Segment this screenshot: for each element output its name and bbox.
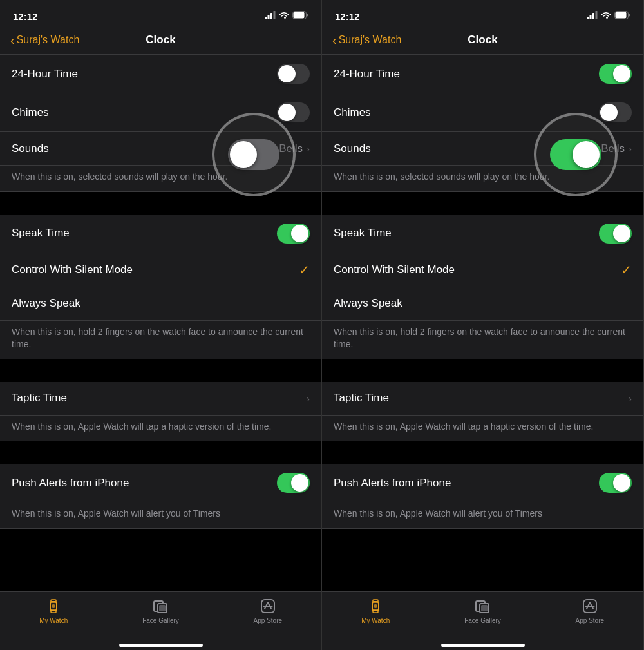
status-icons bbox=[587, 10, 630, 22]
tab-bar: My Watch Face Gallery App Store bbox=[322, 591, 643, 645]
row-chimes[interactable]: Chimes bbox=[0, 93, 321, 132]
home-indicator bbox=[322, 645, 643, 650]
status-bar: 12:12 bbox=[0, 0, 321, 28]
svg-rect-15 bbox=[590, 15, 592, 19]
toggle-thumb-chimes bbox=[600, 104, 618, 121]
row-right-sounds: Bells› bbox=[279, 142, 310, 155]
row-silent-mode: Control With Silent Mode✓ bbox=[0, 253, 321, 287]
tab-label-my-watch: My Watch bbox=[361, 617, 390, 624]
tab-icon-app-store bbox=[259, 597, 277, 615]
toggle-thumb-24hour bbox=[613, 65, 630, 82]
row-label-sounds: Sounds bbox=[334, 142, 371, 155]
tab-icon-face-gallery bbox=[151, 597, 169, 615]
row-label-sounds: Sounds bbox=[12, 142, 49, 155]
back-label: Suraj's Watch bbox=[339, 34, 402, 46]
toggle-thumb-chimes bbox=[278, 104, 296, 121]
tab-app-store[interactable]: App Store bbox=[214, 597, 321, 624]
svg-rect-5 bbox=[294, 12, 305, 19]
svg-rect-17 bbox=[596, 11, 598, 19]
row-right-taptic-time: › bbox=[307, 393, 310, 404]
tab-my-watch[interactable]: My Watch bbox=[322, 597, 429, 624]
tab-bar: My Watch Face Gallery App Store bbox=[0, 591, 321, 645]
back-button[interactable]: ‹ Suraj's Watch bbox=[10, 33, 79, 48]
tab-app-store[interactable]: App Store bbox=[536, 597, 643, 624]
nav-title: Clock bbox=[146, 33, 175, 46]
toggle-push-alerts[interactable] bbox=[599, 473, 632, 493]
section-gap bbox=[322, 441, 643, 464]
back-label: Suraj's Watch bbox=[17, 34, 80, 46]
tab-label-app-store: App Store bbox=[576, 617, 604, 624]
row-label-24hour: 24-Hour Time bbox=[334, 68, 400, 81]
svg-rect-0 bbox=[265, 17, 267, 19]
row-taptic-time[interactable]: Taptic Time› bbox=[322, 382, 643, 416]
status-time: 12:12 bbox=[13, 11, 37, 22]
status-icons bbox=[265, 10, 308, 22]
tab-face-gallery[interactable]: Face Gallery bbox=[429, 597, 536, 624]
toggle-24hour[interactable] bbox=[599, 64, 632, 84]
svg-point-23 bbox=[374, 604, 377, 608]
tab-icon-my-watch bbox=[44, 597, 62, 615]
row-label-always-speak: Always Speak bbox=[12, 297, 80, 310]
toggle-thumb-24hour bbox=[278, 65, 296, 82]
row-sounds[interactable]: SoundsBells› bbox=[0, 132, 321, 166]
back-arrow-icon: ‹ bbox=[10, 33, 15, 48]
wifi-icon bbox=[601, 10, 611, 22]
signal-icon bbox=[587, 10, 598, 22]
home-indicator bbox=[0, 645, 321, 650]
section-gap bbox=[322, 192, 643, 215]
desc-taptic-desc: When this is on, Apple Watch will tap a … bbox=[322, 416, 643, 442]
toggle-thumb-speak-time bbox=[613, 225, 630, 242]
chevron-icon: › bbox=[307, 393, 310, 404]
row-label-push-alerts: Push Alerts from iPhone bbox=[12, 477, 129, 490]
tab-icon-my-watch bbox=[366, 597, 384, 615]
row-label-push-alerts: Push Alerts from iPhone bbox=[334, 477, 451, 490]
row-taptic-time[interactable]: Taptic Time› bbox=[0, 382, 321, 416]
toggle-push-alerts[interactable] bbox=[277, 473, 310, 493]
desc-sounds-desc: When this is on, selected sounds will pl… bbox=[0, 166, 321, 192]
toggle-chimes[interactable] bbox=[277, 102, 310, 122]
toggle-24hour[interactable] bbox=[277, 64, 310, 84]
tab-my-watch[interactable]: My Watch bbox=[0, 597, 107, 624]
row-24hour[interactable]: 24-Hour Time bbox=[322, 55, 643, 93]
row-always-speak: Always Speak bbox=[322, 287, 643, 321]
tab-label-face-gallery: Face Gallery bbox=[142, 617, 179, 624]
row-push-alerts[interactable]: Push Alerts from iPhone bbox=[322, 464, 643, 502]
svg-rect-12 bbox=[159, 605, 166, 611]
battery-icon bbox=[614, 10, 630, 22]
toggle-chimes[interactable] bbox=[599, 102, 632, 122]
row-24hour[interactable]: 24-Hour Time bbox=[0, 55, 321, 93]
desc-always-speak-desc: When this is on, hold 2 fingers on the w… bbox=[322, 321, 643, 359]
content-area: 24-Hour TimeChimesSoundsBells›When this … bbox=[0, 55, 321, 591]
phone-panel-left: 12:12 ‹ Suraj's Watch Clock 24-Hour Time… bbox=[0, 0, 322, 650]
toggle-speak-time[interactable] bbox=[277, 224, 310, 244]
row-push-alerts[interactable]: Push Alerts from iPhone bbox=[0, 464, 321, 502]
row-label-speak-time: Speak Time bbox=[334, 227, 392, 240]
section-gap bbox=[0, 441, 321, 464]
tab-icon-face-gallery bbox=[473, 597, 491, 615]
nav-bar: ‹ Suraj's Watch Clock bbox=[322, 28, 643, 55]
checkmark-silent-mode: ✓ bbox=[299, 262, 310, 278]
chevron-icon: › bbox=[629, 393, 632, 404]
row-value-sounds: Bells bbox=[279, 142, 303, 155]
row-speak-time[interactable]: Speak Time bbox=[0, 215, 321, 253]
row-chimes[interactable]: Chimes bbox=[322, 93, 643, 132]
section-gap bbox=[0, 192, 321, 215]
svg-rect-14 bbox=[587, 17, 589, 19]
row-label-silent-mode: Control With Silent Mode bbox=[334, 263, 455, 276]
back-button[interactable]: ‹ Suraj's Watch bbox=[332, 33, 401, 48]
toggle-speak-time[interactable] bbox=[599, 224, 632, 244]
signal-icon bbox=[265, 10, 276, 22]
row-sounds[interactable]: SoundsBells› bbox=[322, 132, 643, 166]
desc-sounds-desc: When this is on, selected sounds will pl… bbox=[322, 166, 643, 192]
home-bar bbox=[441, 644, 525, 647]
row-always-speak: Always Speak bbox=[0, 287, 321, 321]
desc-push-desc: When this is on, Apple Watch will alert … bbox=[0, 502, 321, 529]
svg-rect-2 bbox=[270, 13, 272, 19]
status-bar: 12:12 bbox=[322, 0, 643, 28]
row-speak-time[interactable]: Speak Time bbox=[322, 215, 643, 253]
row-right-sounds: Bells› bbox=[601, 142, 632, 155]
svg-rect-26 bbox=[481, 605, 488, 611]
tab-face-gallery[interactable]: Face Gallery bbox=[107, 597, 214, 624]
row-label-chimes: Chimes bbox=[12, 106, 49, 119]
nav-bar: ‹ Suraj's Watch Clock bbox=[0, 28, 321, 55]
